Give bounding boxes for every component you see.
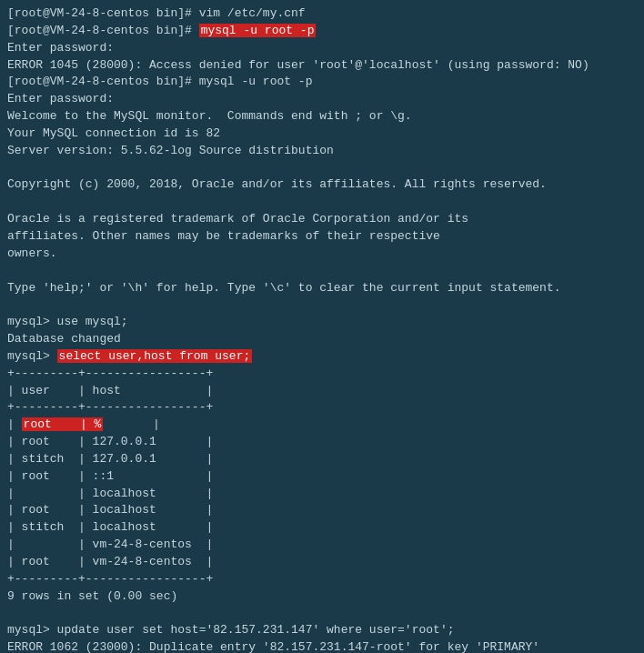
table-row-8: | | vm-24-8-centos | <box>7 537 637 554</box>
select-cmd: select user,host from user; <box>57 349 253 363</box>
line-oracle-1: Oracle is a registered trademark of Orac… <box>7 211 637 228</box>
line-5: [root@VM-24-8-centos bin]# mysql -u root… <box>7 74 637 91</box>
row1-pre: | <box>7 417 22 431</box>
line-help: Type 'help;' or '\h' for help. Type '\c'… <box>7 280 637 297</box>
table-row-6: | root | localhost | <box>7 502 637 519</box>
line-3: Enter password: <box>7 40 637 57</box>
row1-post: | <box>103 417 159 431</box>
table-header: | user | host | <box>7 383 637 400</box>
blank-2 <box>7 194 637 211</box>
table-row-1: | root | % | <box>7 417 637 434</box>
table-sep-2: +---------+-----------------+ <box>7 399 637 417</box>
line-2: [root@VM-24-8-centos bin]# mysql -u root… <box>7 23 637 40</box>
line-copyright: Copyright (c) 2000, 2018, Oracle and/or … <box>7 176 637 194</box>
line-oracle-2: affiliates. Other names may be trademark… <box>7 228 637 246</box>
table-row-3: | stitch | 127.0.0.1 | <box>7 451 637 468</box>
line-error: ERROR 1062 (23000): Duplicate entry '82.… <box>7 639 637 653</box>
blank-5 <box>7 606 637 623</box>
line-4: ERROR 1045 (28000): Access denied for us… <box>7 57 637 75</box>
blank-3 <box>7 263 637 280</box>
line-oracle-3: owners. <box>7 246 637 263</box>
select-prompt: mysql> <box>7 349 57 363</box>
table-row-4: | root | ::1 | <box>7 468 637 486</box>
line-9: Server version: 5.5.62-log Source distri… <box>7 143 637 160</box>
line-update: mysql> update user set host='82.157.231.… <box>7 622 637 639</box>
blank-1 <box>7 160 637 177</box>
table-sep-1: +---------+-----------------+ <box>7 366 637 383</box>
line-7: Welcome to the MySQL monitor. Commands e… <box>7 108 637 126</box>
terminal: [root@VM-24-8-centos bin]# vim /etc/my.c… <box>7 5 637 653</box>
table-row-7: | stitch | localhost | <box>7 519 637 537</box>
table-row-9: | root | vm-24-8-centos | <box>7 554 637 571</box>
line-db-changed: Database changed <box>7 331 637 348</box>
line-use: mysql> use mysql; <box>7 314 637 331</box>
line-6: Enter password: <box>7 91 637 108</box>
table-row-2: | root | 127.0.0.1 | <box>7 434 637 451</box>
row1-highlight: root | % <box>22 417 104 431</box>
line-8: Your MySQL connection id is 82 <box>7 126 637 143</box>
table-row-5: | | localhost | <box>7 486 637 503</box>
line-1: [root@VM-24-8-centos bin]# vim /etc/my.c… <box>7 5 637 23</box>
line-2-prompt: [root@VM-24-8-centos bin]# <box>7 24 199 37</box>
line-select: mysql> select user,host from user; <box>7 348 637 366</box>
table-sep-3: +---------+-----------------+ <box>7 571 637 588</box>
line-2-cmd: mysql -u root -p <box>199 24 317 37</box>
rows-count: 9 rows in set (0.00 sec) <box>7 588 637 606</box>
blank-4 <box>7 296 637 314</box>
